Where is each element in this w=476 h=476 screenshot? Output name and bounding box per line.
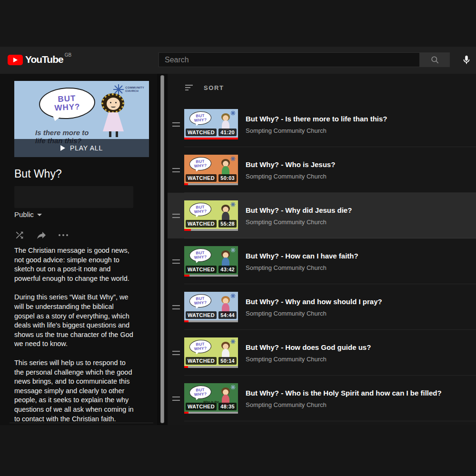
watch-progress-bar [184, 412, 238, 414]
privacy-label: Public [14, 210, 34, 218]
duration-badge: 43:42 [218, 266, 237, 273]
watched-badge: WATCHED [186, 311, 217, 319]
playlist-video-row[interactable]: BUTWHY? WATCHED 43:42 But Why? - How can… [168, 238, 476, 284]
playlist-video-row[interactable]: BUTWHY? WATCHED 50:03 But Why? - Who is … [168, 147, 476, 193]
youtube-play-icon [8, 55, 23, 65]
sidebar-scrollbar[interactable] [160, 75, 164, 423]
mic-icon [461, 55, 472, 65]
playlist-actions [13, 229, 79, 241]
watched-badge: WATCHED [186, 129, 217, 136]
watch-progress-bar [184, 366, 238, 368]
watch-progress-bar [184, 320, 238, 322]
description-paragraph: During this series “Wait But Why”, we wi… [14, 293, 134, 349]
drag-handle-icon[interactable] [172, 121, 180, 128]
search-button[interactable] [420, 52, 450, 67]
church-logo-text: COMMUNITY [125, 86, 144, 89]
search-input[interactable] [159, 52, 420, 67]
video-channel[interactable]: Sompting Community Church [246, 264, 358, 271]
video-thumbnail[interactable]: BUTWHY? WATCHED 55:28 [184, 200, 238, 231]
duration-badge: 48:35 [218, 403, 237, 410]
watched-badge: WATCHED [186, 403, 217, 410]
masthead: YouTube GB [0, 47, 476, 74]
sort-label: SORT [204, 84, 224, 91]
playlist-stats-box [14, 186, 133, 208]
video-channel[interactable]: Sompting Community Church [246, 401, 442, 408]
duration-badge: 55:28 [218, 220, 237, 228]
chevron-down-icon [37, 214, 42, 216]
video-channel[interactable]: Sompting Community Church [246, 356, 371, 363]
mic-button[interactable] [460, 54, 473, 66]
watch-progress-bar [184, 275, 238, 277]
video-channel[interactable]: Sompting Community Church [246, 173, 335, 180]
drag-handle-icon[interactable] [172, 212, 180, 219]
drag-handle-icon[interactable] [172, 304, 180, 310]
playlist-video-row[interactable]: BUTWHY? WATCHED 50:14 But Why? - How doe… [168, 330, 476, 376]
video-title[interactable]: But Why? - How does God guide us? [246, 343, 371, 351]
sort-button[interactable]: SORT [168, 74, 476, 101]
drag-handle-icon[interactable] [172, 258, 180, 265]
speech-bubble: BUTWHY? [189, 157, 211, 171]
playlist-sidebar: BUT WHY? COMMUNITY CHURCH [0, 74, 157, 425]
video-thumbnail[interactable]: BUTWHY? WATCHED 54:44 [184, 292, 238, 322]
playlist-video-row[interactable]: BUTWHY? Who is the WATCHED 48:35 But Why… [168, 376, 476, 421]
video-title[interactable]: But Why? - Who is the Holy Spirit and ho… [246, 389, 442, 397]
shuffle-button[interactable] [13, 229, 26, 241]
video-title[interactable]: But Why? - Why did Jesus die? [246, 206, 352, 214]
divider [10, 423, 153, 423]
watched-badge: WATCHED [186, 266, 217, 273]
duration-badge: 54:44 [218, 311, 237, 319]
video-thumbnail[interactable]: BUTWHY? Who is the WATCHED 48:35 [184, 383, 238, 414]
playlist-thumbnail[interactable]: BUT WHY? COMMUNITY CHURCH [14, 81, 149, 157]
speech-bubble: BUTWHY? [189, 385, 211, 399]
video-channel[interactable]: Sompting Community Church [246, 310, 382, 317]
watched-badge: WATCHED [186, 174, 217, 182]
video-thumbnail[interactable]: BUTWHY? WATCHED 43:42 [184, 246, 238, 277]
speech-bubble: BUTWHY? [189, 339, 211, 354]
drag-handle-icon[interactable] [172, 395, 180, 402]
watched-badge: WATCHED [186, 220, 217, 228]
duration-badge: 50:14 [218, 357, 237, 365]
video-thumbnail[interactable]: BUTWHY? WATCHED 50:03 [184, 155, 238, 185]
playlist-description: The Christian message is good news, not … [14, 246, 134, 433]
video-channel[interactable]: Sompting Community Church [246, 218, 352, 226]
shuffle-icon [14, 230, 25, 240]
search-area [159, 52, 473, 67]
privacy-dropdown[interactable]: Public [14, 210, 42, 218]
search-icon [430, 55, 439, 64]
video-channel[interactable]: Sompting Community Church [246, 127, 387, 134]
speech-bubble: BUTWHY? [189, 294, 211, 308]
youtube-logo[interactable]: YouTube GB [8, 53, 71, 65]
video-thumbnail[interactable]: BUTWHY? WATCHED 50:14 [184, 337, 238, 368]
cartoon-girl [98, 93, 128, 143]
playlist-title: But Why? [14, 168, 62, 180]
playlist-video-row[interactable]: BUTWHY? WATCHED 55:28 But Why? - Why did… [168, 193, 476, 238]
ellipsis-icon [58, 234, 69, 236]
duration-badge: 41:20 [218, 129, 237, 136]
sort-icon [185, 84, 193, 91]
watch-progress-bar [184, 229, 238, 231]
more-options-button[interactable] [57, 229, 69, 241]
play-all-label: PLAY ALL [70, 144, 103, 152]
duration-badge: 50:03 [218, 174, 237, 182]
video-title[interactable]: But Why? - Is there more to life than th… [246, 115, 387, 123]
watch-progress-bar [184, 183, 238, 185]
video-thumbnail[interactable]: BUTWHY? WATCHED 41:20 [184, 109, 238, 139]
video-title[interactable]: But Why? - How can I have faith? [246, 252, 358, 260]
video-title[interactable]: But Why? - Who is Jesus? [246, 160, 335, 169]
page-background: YouTube GB BUT WHY? [0, 0, 476, 476]
playlist-video-row[interactable]: BUTWHY? WATCHED 41:20 But Why? - Is ther… [168, 101, 476, 147]
speech-bubble: BUTWHY? [189, 202, 211, 217]
drag-handle-icon[interactable] [172, 349, 180, 356]
description-paragraph: This series will help us to respond to t… [14, 358, 134, 424]
youtube-logo-text: YouTube [25, 54, 63, 65]
play-all-button[interactable]: PLAY ALL [14, 139, 149, 157]
region-label: GB [65, 52, 71, 58]
speech-bubble: BUTWHY? [189, 111, 211, 125]
video-title[interactable]: But Why? - Why and how should I pray? [246, 298, 382, 306]
share-button[interactable] [35, 229, 48, 241]
drag-handle-icon[interactable] [172, 167, 180, 173]
playlist-video-row[interactable]: BUTWHY? WATCHED 54:44 But Why? - Why and… [168, 284, 476, 330]
speech-bubble: BUTWHY? [189, 248, 211, 262]
description-paragraph: The Christian message is good news, not … [14, 246, 134, 283]
scrollbar-track [157, 74, 168, 425]
